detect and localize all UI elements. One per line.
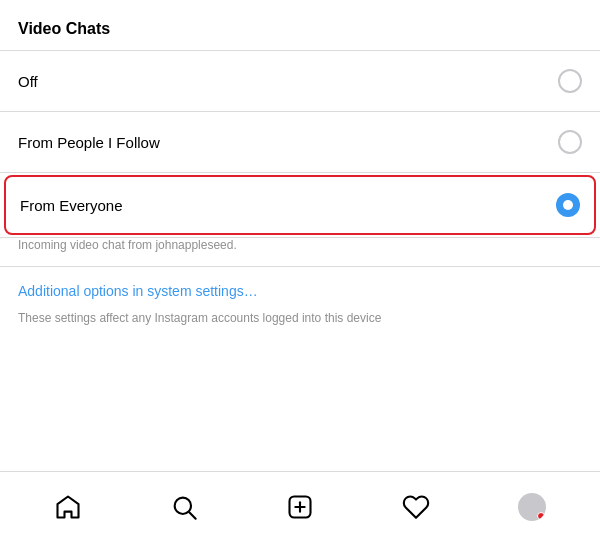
content-area: Video Chats Off From People I Follow Fro… <box>0 0 600 413</box>
nav-profile[interactable] <box>507 482 557 532</box>
radio-off[interactable] <box>558 69 582 93</box>
add-icon <box>286 493 314 521</box>
settings-note: These settings affect any Instagram acco… <box>0 303 600 343</box>
option-everyone[interactable]: From Everyone <box>4 175 596 235</box>
section-title: Video Chats <box>0 0 600 50</box>
search-icon <box>170 493 198 521</box>
nav-add[interactable] <box>275 482 325 532</box>
option-off-label: Off <box>18 73 38 90</box>
option-follow-label: From People I Follow <box>18 134 160 151</box>
heart-icon <box>402 493 430 521</box>
radio-follow[interactable] <box>558 130 582 154</box>
option-off[interactable]: Off <box>0 51 600 111</box>
nav-activity[interactable] <box>391 482 441 532</box>
svg-line-1 <box>189 512 195 518</box>
additional-options-link[interactable]: Additional options in system settings… <box>0 267 600 303</box>
option-follow[interactable]: From People I Follow <box>0 112 600 172</box>
option-everyone-label: From Everyone <box>20 197 123 214</box>
radio-everyone[interactable] <box>556 193 580 217</box>
home-icon <box>54 493 82 521</box>
nav-search[interactable] <box>159 482 209 532</box>
divider-2 <box>0 172 600 173</box>
bottom-nav <box>0 471 600 541</box>
nav-home[interactable] <box>43 482 93 532</box>
profile-avatar[interactable] <box>518 493 546 521</box>
notification-dot <box>537 512 545 520</box>
hint-text: Incoming video chat from johnappleseed. <box>0 238 600 266</box>
